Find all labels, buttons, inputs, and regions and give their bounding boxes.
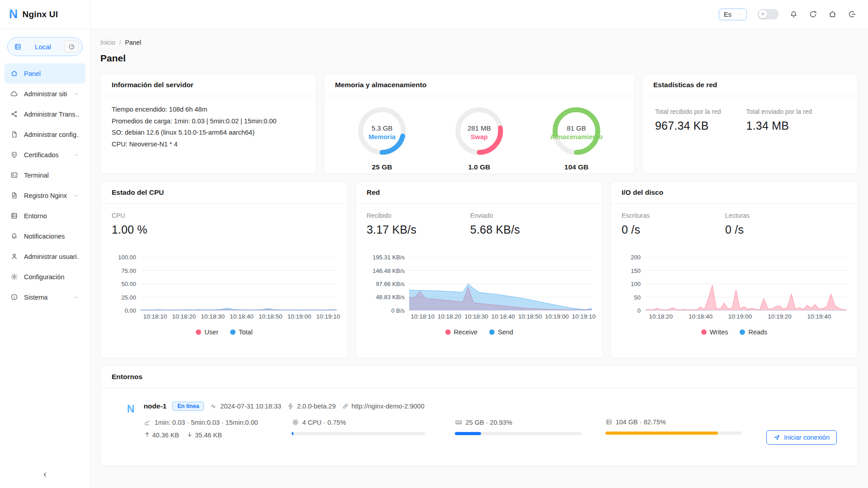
network-send-value: 5.68 KB/s bbox=[470, 223, 574, 236]
shield-icon bbox=[10, 151, 18, 159]
legend-label: Send bbox=[498, 328, 513, 336]
node-name: node-1 bbox=[144, 402, 167, 410]
file-text-icon bbox=[10, 192, 18, 199]
cpu-metric-value: 1.00 % bbox=[112, 223, 215, 236]
notifications-icon[interactable] bbox=[789, 10, 798, 19]
node-status-badge: En línea bbox=[172, 402, 204, 411]
share-icon bbox=[10, 110, 18, 118]
cpu-progress-bar bbox=[292, 432, 425, 435]
cloud-icon bbox=[10, 90, 18, 98]
breadcrumb-current: Panel bbox=[125, 39, 142, 46]
disk-reads-label: Lecturas bbox=[725, 212, 829, 219]
environment-selector[interactable]: Local bbox=[7, 37, 83, 56]
app-logo: N Nginx UI bbox=[0, 0, 90, 29]
node-download: 35.46 KB bbox=[195, 432, 222, 439]
y-tick-label: 0 B/s bbox=[391, 307, 405, 314]
logout-icon[interactable] bbox=[848, 10, 856, 19]
link-icon bbox=[342, 403, 349, 410]
server-icon bbox=[14, 43, 22, 51]
sidebar-item-administrar-usuari[interactable]: Administrar usuari… bbox=[5, 246, 85, 267]
x-tick-label: 10:18:10 bbox=[143, 313, 167, 320]
app-title: Nginx UI bbox=[23, 9, 58, 19]
gear-icon bbox=[10, 273, 18, 281]
legend-label: Total bbox=[239, 328, 253, 336]
x-tick-label: 10:18:50 bbox=[518, 313, 542, 320]
sidebar-item-certificados[interactable]: Certificados bbox=[5, 145, 85, 165]
legend-item-send[interactable]: Send bbox=[489, 328, 513, 336]
sidebar-item-administrar-trans[interactable]: Administrar Trans… bbox=[5, 104, 85, 124]
line-chart-icon bbox=[144, 418, 151, 426]
x-tick-label: 10:18:50 bbox=[259, 313, 283, 320]
environment-selector-label: Local bbox=[25, 43, 61, 51]
memory-progress-bar bbox=[455, 432, 582, 435]
sidebar-item-administrar-sitios[interactable]: Administrar sitios bbox=[5, 84, 85, 104]
memory-icon bbox=[455, 418, 462, 426]
language-select-value: Es bbox=[724, 11, 731, 18]
legend-item-writes[interactable]: Writes bbox=[701, 328, 728, 336]
net-received-label: Total recibido por la red bbox=[655, 108, 746, 115]
legend-dot bbox=[196, 329, 201, 335]
reload-icon[interactable] bbox=[809, 10, 817, 19]
breadcrumb-separator: / bbox=[119, 39, 121, 46]
sidebar-menu: PanelAdministrar sitiosAdministrar Trans… bbox=[0, 62, 90, 308]
sidebar-item-label: Sistema bbox=[24, 294, 67, 301]
node-url[interactable]: http://nginx-demo-2:9000 bbox=[352, 403, 425, 410]
disk-io-title: I/O del disco bbox=[611, 182, 858, 204]
sidebar-item-configuracion[interactable]: Configuración bbox=[5, 267, 85, 287]
y-tick-label: 97.66 KB/s bbox=[376, 280, 405, 287]
sidebar-item-label: Administrar Trans… bbox=[24, 111, 80, 118]
sidebar-item-label: Configuración bbox=[24, 273, 80, 281]
connect-button[interactable]: Iniciar conexión bbox=[766, 430, 837, 445]
sidebar-item-entorno[interactable]: Entorno bbox=[5, 206, 85, 226]
sidebar-item-administrar-config[interactable]: Administrar config… bbox=[5, 124, 85, 145]
breadcrumb-home-link[interactable]: Inicio bbox=[100, 39, 115, 46]
y-tick-label: 75.00 bbox=[121, 267, 136, 274]
node-load: 1min: 0.03 · 5min:0.03 · 15min:0.00 bbox=[155, 419, 258, 426]
arrow-up-icon bbox=[144, 431, 151, 439]
sidebar-collapse-button[interactable] bbox=[0, 465, 90, 483]
y-tick-label: 50.00 bbox=[121, 281, 136, 287]
sidebar-item-panel[interactable]: Panel bbox=[5, 63, 85, 84]
y-tick-label: 200 bbox=[631, 254, 641, 261]
sidebar-item-notificaciones[interactable]: Notificaciones bbox=[5, 226, 85, 246]
memory-storage-title: Memoria y almacenamiento bbox=[324, 74, 634, 96]
terminal-icon bbox=[10, 171, 18, 179]
load-average-line: Promedios de carga: 1min: 0.03 | 5min:0.… bbox=[112, 116, 305, 127]
x-tick-label: 10:19:10 bbox=[316, 313, 340, 320]
sidebar: N Nginx UI Local PanelAdministrar sitios… bbox=[0, 0, 90, 488]
bell-icon bbox=[10, 232, 18, 240]
legend-item-user[interactable]: User bbox=[196, 328, 218, 336]
home-icon[interactable] bbox=[828, 10, 837, 19]
disk-writes-label: Escrituras bbox=[622, 212, 725, 219]
connect-button-label: Iniciar conexión bbox=[784, 434, 830, 441]
content: Inicio / Panel Panel Información del ser… bbox=[90, 29, 868, 488]
net-received-value: 967.34 KB bbox=[655, 119, 746, 132]
environment-node-row: N node-1 En línea 2024-07-31 10:18:33 2.… bbox=[101, 388, 858, 465]
theme-toggle[interactable]: ☀ bbox=[758, 9, 778, 19]
disk-io-card: I/O del disco Escrituras 0 /s Lecturas 0… bbox=[610, 181, 858, 358]
disk-chart: 05010015020010:18:2010:18:4010:19:0010:1… bbox=[622, 257, 847, 336]
chevron-down-icon bbox=[73, 192, 80, 199]
user-icon bbox=[10, 253, 18, 260]
node-upload: 40.36 KB bbox=[152, 432, 179, 439]
legend-item-reads[interactable]: Reads bbox=[740, 328, 767, 336]
node-timestamp: 2024-07-31 10:18:33 bbox=[220, 403, 281, 410]
legend-item-receive[interactable]: Receive bbox=[445, 328, 477, 336]
x-tick-label: 10:18:10 bbox=[411, 313, 435, 320]
sidebar-item-registro-nginx[interactable]: Registro Nginx bbox=[5, 185, 85, 206]
gauge-label: Swap bbox=[471, 133, 488, 141]
gauge-value: 281 MB bbox=[467, 124, 491, 132]
legend-label: Writes bbox=[710, 328, 728, 336]
disk-progress-bar bbox=[605, 432, 741, 435]
language-select[interactable]: Es bbox=[719, 9, 747, 20]
server-info-card: Información del servidor Tiempo encendid… bbox=[100, 74, 316, 174]
x-tick-label: 10:18:20 bbox=[649, 313, 673, 320]
legend-item-total[interactable]: Total bbox=[230, 328, 253, 336]
legend-dot bbox=[701, 329, 707, 335]
gauge-icon[interactable] bbox=[64, 41, 79, 52]
environments-card: Entornos N node-1 En línea 2024-07-31 10… bbox=[100, 366, 858, 466]
sidebar-item-terminal[interactable]: Terminal bbox=[5, 165, 85, 185]
sidebar-item-sistema[interactable]: Sistema bbox=[5, 287, 85, 307]
x-tick-label: 10:18:40 bbox=[230, 313, 254, 320]
pulse-icon bbox=[210, 403, 217, 410]
